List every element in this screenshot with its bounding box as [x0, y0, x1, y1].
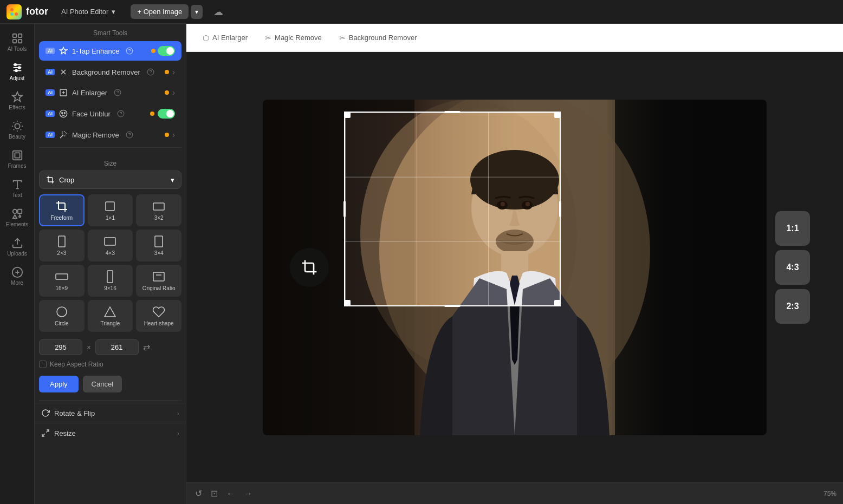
original-icon [152, 270, 165, 283]
svg-marker-14 [12, 92, 22, 101]
crop-cell-1x1[interactable]: 1×1 [88, 194, 133, 226]
svg-point-3 [15, 12, 18, 16]
sidebar-item-beauty[interactable]: Beauty [2, 116, 33, 144]
arrow-left-icon[interactable]: ← [224, 487, 237, 501]
tab-bg-remover[interactable]: ✂ Background Remover [332, 30, 425, 45]
3x2-icon [152, 200, 165, 213]
crop-cell-3x4[interactable]: 3×4 [136, 230, 181, 261]
crop-cell-3x2[interactable]: 3×2 [136, 194, 181, 226]
zoom-level: 75% [823, 490, 836, 498]
crop-dropdown[interactable]: Crop ▾ [39, 171, 181, 189]
ai-enlarger-tab-icon: ⬡ [203, 34, 209, 42]
tool-dot-face [150, 112, 154, 116]
sidebar-item-more[interactable]: More [2, 262, 33, 290]
tool-item-tap-enhance[interactable]: AI 1-Tap Enhance [39, 41, 181, 61]
ratio-4-3[interactable]: 4:3 [775, 250, 810, 285]
resize-row[interactable]: Resize › [35, 423, 186, 443]
history-icon[interactable]: ⊡ [209, 486, 220, 501]
sidebar-item-ai-tools[interactable]: AI Tools [2, 28, 33, 56]
freeform-icon [55, 200, 68, 213]
sidebar-label-elements: Elements [6, 221, 29, 227]
bg-remover-icon [59, 68, 68, 76]
undo-icon[interactable]: ↺ [193, 486, 204, 501]
size-title: Size [39, 154, 181, 171]
tool-arrow-magic: › [172, 130, 175, 139]
4x3-label: 4×3 [106, 250, 115, 256]
logo-icon [7, 4, 22, 19]
height-input[interactable] [95, 339, 139, 355]
crop-overlay[interactable] [344, 112, 561, 306]
2x3-icon [55, 235, 68, 248]
sidebar-item-adjust[interactable]: Adjust [2, 57, 33, 86]
tool-item-magic-remove[interactable]: AI Magic Remove › [39, 126, 181, 144]
tool-item-bg-remover[interactable]: AI Background Remover › [39, 63, 181, 81]
sidebar-label-uploads: Uploads [7, 251, 27, 257]
rotate-flip-label: Rotate & Flip [54, 409, 95, 417]
svg-rect-54 [56, 274, 68, 279]
sidebar-item-text[interactable]: Text [2, 174, 33, 202]
tool-toggle-enhance[interactable] [158, 46, 175, 56]
heart-label: Heart-shape [144, 320, 174, 326]
crop-cell-2x3[interactable]: 2×3 [39, 230, 85, 261]
ratio-1-1[interactable]: 1:1 [775, 211, 810, 246]
1x1-icon [103, 200, 116, 213]
floating-crop-button[interactable] [290, 248, 329, 287]
magic-remove-tab-icon: ✂ [265, 34, 271, 42]
crop-handle-right[interactable] [559, 201, 561, 217]
crop-cell-freeform[interactable]: Freeform [39, 194, 85, 226]
svg-rect-55 [107, 271, 113, 283]
svg-rect-51 [59, 236, 65, 247]
sidebar-item-frames[interactable]: Frames [2, 145, 33, 173]
swap-dimensions-button[interactable]: ⇄ [143, 342, 150, 352]
cancel-button[interactable]: Cancel [83, 376, 122, 392]
width-input[interactable] [39, 339, 82, 355]
resize-icon [41, 429, 50, 437]
open-image-button[interactable]: + Open Image [131, 4, 189, 19]
arrow-right-icon[interactable]: → [242, 487, 255, 501]
ratio-2-3[interactable]: 2:3 [775, 289, 810, 324]
svg-rect-4 [12, 34, 16, 37]
rotate-flip-row[interactable]: Rotate & Flip › [35, 403, 186, 423]
svg-rect-50 [153, 203, 164, 210]
crop-handle-tr[interactable] [554, 112, 561, 118]
svg-rect-49 [106, 202, 114, 211]
crop-cell-original[interactable]: Original Ratio [136, 265, 181, 297]
enlarger-icon [59, 88, 68, 97]
resize-arrow: › [177, 429, 179, 437]
crop-cell-4x3[interactable]: 4×3 [88, 230, 133, 261]
sidebar-item-uploads[interactable]: Uploads [2, 233, 33, 261]
canvas-area: ⬡ AI Enlarger ✂ Magic Remove ✂ Backgroun… [186, 24, 843, 504]
crop-handle-bl[interactable] [344, 300, 351, 306]
resize-label: Resize [54, 429, 76, 437]
tool-item-ai-enlarger[interactable]: AI AI Enlarger › [39, 83, 181, 102]
apply-button[interactable]: Apply [39, 376, 79, 392]
svg-rect-56 [153, 272, 164, 281]
crop-cell-16x9[interactable]: 16×9 [39, 265, 85, 297]
sidebar-item-effects[interactable]: Effects [2, 87, 33, 115]
svg-point-42 [60, 110, 67, 117]
crop-handle-top[interactable] [444, 111, 461, 113]
crop-handle-bottom[interactable] [444, 305, 461, 307]
tool-item-face-unblur[interactable]: AI Face Unblur [39, 104, 181, 123]
crop-cell-triangle[interactable]: Triangle [88, 300, 133, 332]
crop-handle-tl[interactable] [344, 112, 351, 118]
crop-label: Crop [59, 176, 74, 184]
crop-handle-left[interactable] [343, 201, 346, 217]
crop-cell-heart[interactable]: Heart-shape [136, 300, 181, 332]
sidebar-item-elements[interactable]: Elements [2, 204, 33, 232]
open-image-dropdown[interactable]: ▾ [191, 5, 203, 19]
crop-cell-circle[interactable]: Circle [39, 300, 85, 332]
tab-magic-remove[interactable]: ✂ Magic Remove [257, 30, 329, 45]
tab-ai-enlarger[interactable]: ⬡ AI Enlarger [195, 30, 255, 45]
crop-cell-9x16[interactable]: 9×16 [88, 265, 133, 297]
svg-marker-30 [12, 215, 16, 218]
tool-toggle-face[interactable] [158, 109, 175, 119]
tools-panel: ◀ Smart Tools AI 1-Tap Enhance AI Backgr… [35, 24, 186, 504]
16x9-label: 16×9 [56, 285, 68, 291]
cloud-icon[interactable]: ☁ [213, 6, 223, 18]
bg-remover-tab-icon: ✂ [339, 34, 346, 42]
crop-handle-br[interactable] [554, 300, 561, 306]
app-mode-button[interactable]: AI Photo Editor ▾ [57, 5, 120, 18]
aspect-ratio-checkbox[interactable] [39, 361, 47, 368]
circle-crop-icon [55, 305, 68, 318]
